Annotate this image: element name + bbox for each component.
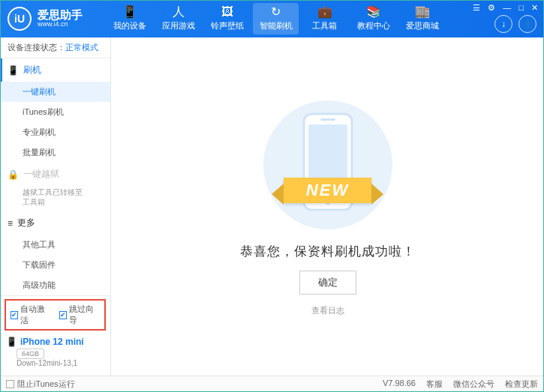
nav-label: 应用游戏 [162, 20, 195, 31]
status-value: 正常模式 [65, 43, 98, 52]
nav-tab[interactable]: 💼工具箱 [300, 0, 349, 37]
sidebar-item[interactable]: 高级功能 [0, 275, 110, 295]
sidebar-section-jailbreak[interactable]: 🔒 一键越狱 [0, 163, 110, 186]
device-info[interactable]: 📱 iPhone 12 mini 64GB Down-12mini-13,1 [0, 334, 110, 370]
checkbox-label: 跳过向导 [69, 304, 100, 326]
nav-tab[interactable]: 📚教程中心 [349, 0, 398, 37]
nav-icon: 💼 [317, 6, 332, 18]
nav-label: 智能刷机 [260, 20, 293, 31]
nav-tab[interactable]: 📱我的设备 [105, 0, 154, 37]
nav-label: 工具箱 [312, 20, 337, 31]
lock-icon: 🔒 [8, 169, 19, 180]
sidebar-item[interactable]: 其他工具 [0, 235, 110, 255]
sidebar-item[interactable]: 一键刷机 [0, 82, 110, 102]
settings-icon[interactable]: ⚙ [486, 3, 497, 13]
jailbreak-note: 越狱工具已转移至 工具箱 [0, 186, 110, 211]
nav-icon: 🏬 [415, 6, 430, 18]
minimize-button[interactable]: — [501, 3, 512, 13]
nav-tab[interactable]: 🖼铃声壁纸 [203, 0, 251, 37]
main-content: NEW 恭喜您，保资料刷机成功啦！ 确定 查看日志 [111, 37, 544, 376]
device-model: Down-12mini-13,1 [17, 359, 104, 367]
checkbox-icon: ✔ [59, 311, 67, 319]
top-nav: 📱我的设备人应用游戏🖼铃声壁纸↻智能刷机💼工具箱📚教程中心🏬爱思商城 [105, 0, 446, 37]
sidebar-section-label: 一键越狱 [23, 168, 59, 181]
app-url: www.i4.cn [38, 21, 83, 28]
flash-options: ✔自动激活✔跳过向导 [5, 299, 106, 331]
block-itunes-label: 阻止iTunes运行 [17, 379, 75, 390]
sidebar-item[interactable]: 下载固件 [0, 255, 110, 275]
nav-icon: 人 [173, 6, 185, 18]
sidebar-item[interactable]: 批量刷机 [0, 142, 110, 163]
wechat-link[interactable]: 微信公众号 [453, 379, 494, 390]
nav-label: 爱思商城 [406, 20, 439, 31]
phone-icon: 📱 [6, 337, 17, 347]
sidebar-section-more[interactable]: ≡ 更多 [0, 211, 110, 235]
nav-label: 教程中心 [357, 20, 390, 31]
support-link[interactable]: 客服 [426, 379, 443, 390]
nav-icon: ↻ [271, 6, 281, 18]
user-button[interactable]: 👤 [518, 15, 536, 33]
nav-icon: 📚 [366, 6, 381, 18]
sidebar: 设备连接状态：正常模式 📱 刷机 一键刷机iTunes刷机专业刷机批量刷机 🔒 … [0, 37, 111, 376]
download-button[interactable]: ↓ [494, 15, 512, 33]
checkbox-label: 自动激活 [20, 304, 51, 326]
nav-icon: 📱 [122, 6, 137, 18]
nav-tab[interactable]: ↻智能刷机 [253, 3, 299, 34]
confirm-button[interactable]: 确定 [299, 271, 356, 295]
device-storage: 64GB [17, 349, 44, 359]
menu-icon: ≡ [8, 218, 13, 229]
block-itunes-checkbox[interactable] [6, 380, 14, 388]
success-message: 恭喜您，保资料刷机成功啦！ [240, 243, 416, 260]
connection-status: 设备连接状态：正常模式 [0, 37, 110, 58]
new-ribbon: NEW [230, 175, 425, 205]
nav-icon: 🖼 [221, 6, 233, 18]
version-label: V7.98.66 [383, 379, 416, 390]
maximize-button[interactable]: □ [517, 3, 525, 13]
nav-tab[interactable]: 🏬爱思商城 [398, 0, 446, 37]
flash-option-check[interactable]: ✔自动激活 [11, 304, 52, 326]
window-controls: ☰ ⚙ — □ ✕ [471, 3, 539, 13]
titlebar: iU 爱思助手 www.i4.cn 📱我的设备人应用游戏🖼铃声壁纸↻智能刷机💼工… [0, 0, 544, 37]
menu-icon[interactable]: ☰ [471, 3, 482, 13]
logo-icon: iU [8, 7, 32, 31]
sidebar-section-label: 刷机 [23, 64, 41, 76]
sidebar-item[interactable]: 专业刷机 [0, 122, 110, 142]
sidebar-item[interactable]: iTunes刷机 [0, 102, 110, 122]
update-link[interactable]: 检查更新 [505, 379, 538, 390]
nav-tab[interactable]: 人应用游戏 [154, 0, 203, 37]
app-name: 爱思助手 [38, 9, 83, 22]
nav-label: 我的设备 [113, 20, 146, 31]
sidebar-section-flash[interactable]: 📱 刷机 [0, 58, 110, 82]
flash-option-check[interactable]: ✔跳过向导 [59, 304, 101, 326]
phone-icon: 📱 [8, 65, 19, 76]
status-label: 设备连接状态： [8, 43, 65, 52]
close-button[interactable]: ✕ [530, 3, 539, 13]
view-log-link[interactable]: 查看日志 [311, 305, 344, 316]
checkbox-icon: ✔ [11, 311, 18, 319]
svg-rect-4 [320, 118, 335, 121]
nav-label: 铃声壁纸 [211, 20, 244, 31]
sidebar-section-label: 更多 [17, 217, 35, 229]
footer: 阻止iTunes运行 V7.98.66 客服 微信公众号 检查更新 [0, 376, 544, 392]
device-name-label: iPhone 12 mini [20, 337, 84, 347]
app-logo: iU 爱思助手 www.i4.cn [0, 7, 105, 31]
ribbon-text: NEW [284, 178, 371, 203]
success-illustration: NEW [260, 97, 395, 232]
